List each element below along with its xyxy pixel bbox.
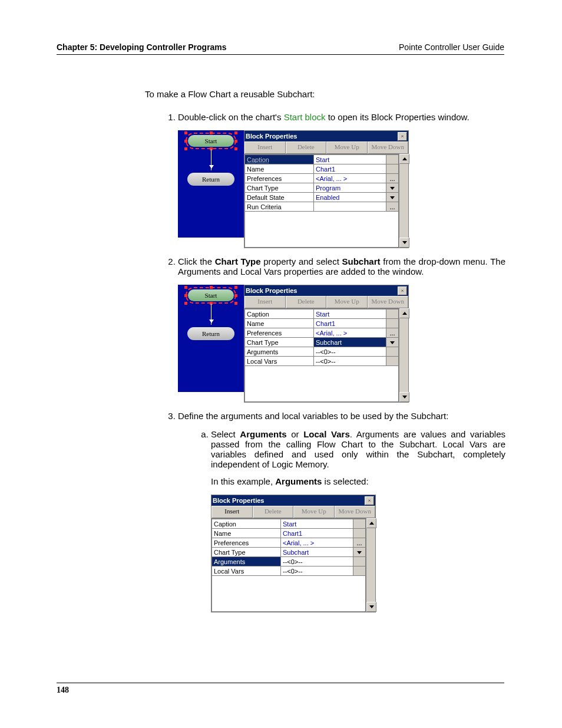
panel-title: Block Properties xyxy=(246,287,297,294)
movedown-button[interactable]: Move Down xyxy=(368,296,409,308)
moveup-button[interactable]: Move Up xyxy=(326,141,368,154)
flowchart-pane: Start Return xyxy=(178,130,244,238)
property-grid[interactable]: CaptionStart NameChart1 Preferences<Aria… xyxy=(211,518,366,576)
scrollbar[interactable] xyxy=(399,308,408,402)
insert-button[interactable]: Insert xyxy=(244,141,286,154)
scroll-down-icon[interactable] xyxy=(399,238,409,248)
header-guide: Pointe Controller User Guide xyxy=(399,42,504,52)
row-local-vars[interactable]: Local Vars xyxy=(212,566,281,576)
intro-text: To make a Flow Chart a reusable Subchart… xyxy=(145,89,505,99)
row-caption[interactable]: Caption xyxy=(212,519,281,529)
movedown-button[interactable]: Move Down xyxy=(368,141,409,154)
moveup-button[interactable]: Move Up xyxy=(326,296,368,308)
row-preferences[interactable]: Preferences xyxy=(212,538,281,548)
row-preferences[interactable]: Preferences xyxy=(245,174,314,183)
panel-titlebar[interactable]: Block Properties × xyxy=(244,131,408,141)
row-run-criteria[interactable]: Run Criteria xyxy=(245,202,314,212)
insert-button[interactable]: Insert xyxy=(211,506,253,518)
block-properties-panel: Block Properties × Insert Delete Move Up… xyxy=(244,130,409,248)
content: To make a Flow Chart a reusable Subchart… xyxy=(145,89,505,612)
property-grid[interactable]: CaptionStart NameChart1 Preferences<Aria… xyxy=(244,154,399,212)
row-name[interactable]: Name xyxy=(245,319,314,328)
step-3a: Select Arguments or Local Vars. Argument… xyxy=(211,429,505,612)
scrollbar[interactable] xyxy=(366,518,375,612)
panel-title: Block Properties xyxy=(246,133,297,140)
ellipsis-button[interactable] xyxy=(386,328,399,338)
flow-arrow xyxy=(211,149,211,170)
row-chart-type[interactable]: Chart Type xyxy=(245,183,314,193)
movedown-button[interactable]: Move Down xyxy=(335,506,376,518)
row-chart-type[interactable]: Chart Type xyxy=(245,338,314,347)
close-icon[interactable]: × xyxy=(398,286,407,295)
panel-title: Block Properties xyxy=(213,497,264,504)
flow-arrow xyxy=(211,304,211,325)
page-number: 148 xyxy=(57,686,69,694)
panel-titlebar[interactable]: Block Properties × xyxy=(244,285,408,296)
property-grid[interactable]: CaptionStart NameChart1 Preferences<Aria… xyxy=(244,308,399,366)
flowchart-pane: Start Return xyxy=(178,285,244,392)
page-header: Chapter 5: Developing Controller Program… xyxy=(57,42,504,55)
row-caption[interactable]: Caption xyxy=(245,309,314,319)
scroll-up-icon[interactable] xyxy=(366,518,376,528)
ellipsis-button[interactable] xyxy=(386,202,399,212)
page-footer: 148 xyxy=(57,683,504,695)
step-3a-lead: In this example, Arguments is selected: xyxy=(211,476,505,486)
row-preferences[interactable]: Preferences xyxy=(245,328,314,338)
panel-titlebar[interactable]: Block Properties × xyxy=(211,495,375,506)
block-properties-panel: Block Properties × Insert Delete Move Up… xyxy=(211,495,376,612)
start-block[interactable]: Start xyxy=(188,135,234,147)
row-chart-type[interactable]: Chart Type xyxy=(212,548,281,557)
return-block[interactable]: Return xyxy=(187,327,234,340)
close-icon[interactable]: × xyxy=(365,496,374,505)
row-arguments[interactable]: Arguments xyxy=(212,557,281,566)
header-chapter: Chapter 5: Developing Controller Program… xyxy=(57,42,227,52)
row-default-state[interactable]: Default State xyxy=(245,193,314,202)
block-properties-panel: Block Properties × Insert Delete Move Up… xyxy=(244,285,409,403)
dropdown-icon[interactable] xyxy=(386,193,399,202)
start-block-link[interactable]: Start block xyxy=(284,112,326,122)
row-local-vars[interactable]: Local Vars xyxy=(245,357,314,366)
scroll-up-icon[interactable] xyxy=(399,308,409,318)
scroll-down-icon[interactable] xyxy=(399,392,409,402)
row-name[interactable]: Name xyxy=(212,529,281,538)
scroll-down-icon[interactable] xyxy=(366,602,376,612)
start-block[interactable]: Start xyxy=(188,289,234,301)
dropdown-icon[interactable] xyxy=(386,338,399,347)
moveup-button[interactable]: Move Up xyxy=(293,506,335,518)
figure-3: Block Properties × Insert Delete Move Up… xyxy=(211,495,505,612)
scroll-up-icon[interactable] xyxy=(399,154,409,164)
figure-2: Start Return Block Properties × Insert xyxy=(178,285,505,403)
figure-1: Start Return Block Properties × Insert xyxy=(178,130,505,248)
dropdown-icon[interactable] xyxy=(353,548,366,557)
close-icon[interactable]: × xyxy=(398,132,407,141)
step-2: Click the Chart Type property and select… xyxy=(178,256,505,403)
delete-button[interactable]: Delete xyxy=(253,506,294,518)
row-caption[interactable]: Caption xyxy=(245,155,314,164)
return-block[interactable]: Return xyxy=(187,173,234,186)
dropdown-icon[interactable] xyxy=(386,183,399,193)
scrollbar[interactable] xyxy=(399,154,408,248)
step-1: Double-click on the chart's Start block … xyxy=(178,112,505,248)
row-arguments[interactable]: Arguments xyxy=(245,347,314,357)
delete-button[interactable]: Delete xyxy=(286,141,327,154)
step-3: Define the arguments and local variables… xyxy=(178,411,505,612)
ellipsis-button[interactable] xyxy=(386,174,399,183)
insert-button[interactable]: Insert xyxy=(244,296,286,308)
ellipsis-button[interactable] xyxy=(353,538,366,548)
delete-button[interactable]: Delete xyxy=(286,296,327,308)
row-name[interactable]: Name xyxy=(245,164,314,174)
